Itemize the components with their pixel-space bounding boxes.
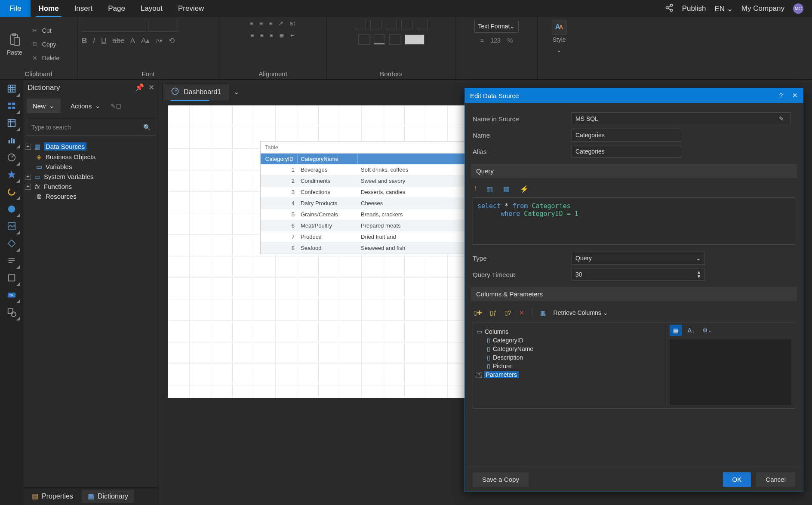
copy-button[interactable]: ⧉Copy <box>28 38 62 51</box>
new-button[interactable]: New⌄ <box>27 99 61 113</box>
retrieve-columns-button[interactable]: Retrieve Columns ⌄ <box>554 309 608 316</box>
align-right-button[interactable]: ≡ <box>270 32 273 39</box>
underline-button[interactable]: U <box>101 37 106 45</box>
help-icon[interactable]: ? <box>779 92 783 99</box>
tool-panel[interactable] <box>5 271 18 284</box>
name-in-source-field[interactable] <box>572 112 791 125</box>
timeout-field[interactable]: 30▲▼ <box>572 268 705 281</box>
spinner-icon[interactable]: ▲▼ <box>697 270 701 279</box>
expand-icon[interactable]: + <box>25 184 31 190</box>
menu-preview[interactable]: Preview <box>170 0 212 17</box>
font-color-button[interactable]: A <box>130 37 135 45</box>
tool-gauge[interactable] <box>5 151 18 164</box>
number-button[interactable]: 123 <box>490 37 500 44</box>
fill-button[interactable] <box>374 34 385 45</box>
tree-col-picture[interactable]: ▯Picture <box>477 362 662 370</box>
border-bottom-button[interactable] <box>358 34 369 45</box>
tree-col-description[interactable]: ▯Description <box>477 353 662 362</box>
tree-col-categoryname[interactable]: ▯CategoryName <box>477 345 662 353</box>
border-top-button[interactable] <box>401 20 412 30</box>
expand-icon[interactable]: + <box>25 174 31 180</box>
tool-cards[interactable] <box>5 99 18 112</box>
shade-button[interactable] <box>405 34 424 45</box>
align-justify-button[interactable]: ≣ <box>279 32 284 39</box>
border-right-button[interactable] <box>417 20 428 30</box>
new-column-icon[interactable]: ▯✚ <box>474 309 482 316</box>
border-left-button[interactable] <box>386 20 397 30</box>
tab-properties[interactable]: ▤ Properties <box>26 490 79 503</box>
menu-publish[interactable]: Publish <box>682 4 706 13</box>
tool-text[interactable] <box>5 254 18 267</box>
close-icon[interactable]: ✕ <box>148 83 154 92</box>
doc-tab-dashboard1[interactable]: Dashboard1 ⌄ <box>163 83 229 101</box>
tool-indicator[interactable] <box>5 168 18 181</box>
chevron-down-icon[interactable]: ⌄ <box>234 88 239 96</box>
menu-company[interactable]: My Company <box>741 4 784 13</box>
line-spacing-button[interactable]: a↕ <box>289 20 296 27</box>
avatar[interactable]: MC <box>793 3 803 14</box>
delete-column-icon[interactable]: ✕ <box>519 309 524 316</box>
align-center-button[interactable]: ≡ <box>260 32 263 39</box>
categorized-view-button[interactable]: ▤ <box>670 325 682 336</box>
tree-variables[interactable]: ▭ Variables <box>25 162 157 172</box>
bold-button[interactable]: B <box>82 37 87 45</box>
menu-layout[interactable]: Layout <box>133 0 170 17</box>
tool-shape[interactable] <box>5 306 18 319</box>
property-grid[interactable] <box>670 339 791 405</box>
pencil-icon[interactable]: ✎ <box>779 115 784 122</box>
save-copy-button[interactable]: Save a Copy <box>473 472 529 487</box>
columns-tree[interactable]: ▭Columns ▯CategoryID ▯CategoryName ▯Desc… <box>473 323 666 408</box>
tree-parameters-root[interactable]: ?Parameters <box>477 370 662 379</box>
menu-file[interactable]: File <box>0 0 31 17</box>
currency-button[interactable]: ¤ <box>480 37 484 44</box>
pin-icon[interactable]: 📌 <box>135 83 144 92</box>
border-none-button[interactable] <box>370 20 381 30</box>
close-icon[interactable]: ✕ <box>792 92 798 99</box>
dialog-titlebar[interactable]: Edit Data Source ? ✕ <box>465 88 803 103</box>
tree-col-categoryid[interactable]: ▯CategoryID <box>477 336 662 345</box>
tool-table[interactable] <box>5 82 18 95</box>
font-shrink-button[interactable]: A▾ <box>156 37 163 44</box>
percent-button[interactable]: % <box>508 37 513 44</box>
type-select[interactable]: Query⌄ <box>572 252 705 265</box>
tool-chart[interactable] <box>5 134 18 147</box>
tool-button[interactable]: Ok <box>5 289 18 302</box>
align-left-button[interactable]: ≡ <box>250 32 254 39</box>
actions-button[interactable]: Actions⌄ <box>64 98 107 114</box>
name-field[interactable] <box>572 129 681 142</box>
expand-icon[interactable]: + <box>25 144 31 150</box>
clear-format-button[interactable]: ⟲ <box>169 36 175 45</box>
menu-page[interactable]: Page <box>100 0 133 17</box>
ok-button[interactable]: OK <box>723 472 751 487</box>
style-expand-button[interactable]: ⌄ <box>557 45 561 53</box>
font-grow-button[interactable]: A▴ <box>141 36 150 45</box>
text-format-select[interactable]: Text Format⌄ <box>474 20 519 33</box>
border-color-button[interactable] <box>389 34 400 45</box>
border-all-button[interactable] <box>355 20 366 30</box>
font-family-select[interactable] <box>82 20 146 32</box>
cancel-button[interactable]: Cancel <box>756 472 795 487</box>
style-icon[interactable]: AA <box>552 20 566 34</box>
italic-button[interactable]: I <box>93 37 95 45</box>
cut-button[interactable]: ✂Cut <box>28 24 62 37</box>
tree-columns-root[interactable]: ▭Columns <box>477 327 662 336</box>
warning-icon[interactable]: ! <box>474 185 476 193</box>
tab-dictionary[interactable]: ▦ Dictionary <box>82 490 134 503</box>
dictionary-search[interactable]: Type to search 🔍 <box>27 119 155 136</box>
tree-resources[interactable]: 🗎 Resources <box>25 191 157 201</box>
sort-button[interactable]: A↓ <box>685 325 697 336</box>
tool-onlinemap[interactable] <box>5 220 18 233</box>
tree-system-variables[interactable]: + ▭ System Variables <box>25 172 157 182</box>
share-icon[interactable] <box>665 3 674 14</box>
edit-icon[interactable]: ✎▢ <box>111 102 121 109</box>
run-icon[interactable]: ⚡ <box>520 185 529 193</box>
wrap-button[interactable]: ↵ <box>290 32 295 39</box>
delete-button[interactable]: ✕Delete <box>28 52 62 65</box>
tool-image[interactable] <box>5 237 18 250</box>
new-param-icon[interactable]: ▯? <box>504 309 511 316</box>
text-angle-button[interactable]: ↗ <box>278 20 283 27</box>
align-top-button[interactable]: ≡ <box>250 20 253 27</box>
tool-progress[interactable] <box>5 185 18 198</box>
align-mid-button[interactable]: ≡ <box>259 20 263 27</box>
query-builder-icon[interactable]: ▦ <box>503 185 510 193</box>
